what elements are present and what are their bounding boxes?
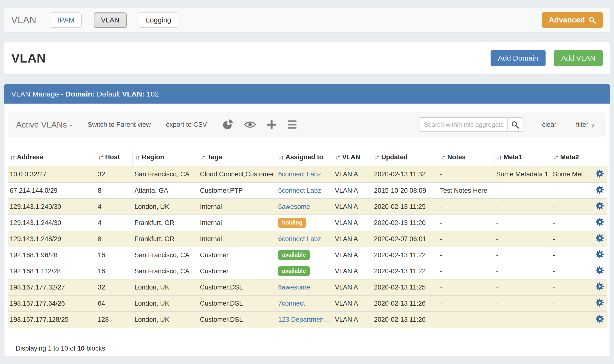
chevron-right-icon: [592, 120, 594, 129]
updated-cell: 2020-02-07 06:01: [372, 231, 438, 247]
column-header-meta1[interactable]: Meta1: [494, 151, 551, 166]
assigned-link[interactable]: 123 Department…: [278, 316, 332, 323]
assigned-link[interactable]: 7connect: [278, 300, 305, 307]
meta1-cell: Some Metadata 1: [494, 166, 551, 182]
notes-cell: -: [438, 263, 494, 279]
switch-parent-view-link[interactable]: Switch to Parent view: [88, 121, 151, 129]
add-vlan-button[interactable]: Add VLAN: [554, 50, 603, 66]
search-input[interactable]: [419, 117, 507, 132]
address-cell: 192.168.1.112/28: [8, 263, 96, 279]
gear-icon[interactable]: [596, 299, 604, 307]
notes-cell: -: [438, 231, 494, 247]
updated-cell: 2020-02-13 11:22: [372, 263, 438, 279]
updated-cell: 2020-02-13 11:25: [372, 279, 438, 295]
search-icon: [511, 120, 519, 129]
advanced-search-button[interactable]: Advanced: [542, 12, 603, 28]
vlan-manage-panel: VLAN Manage - Domain: Default VLAN: 102 …: [4, 84, 610, 356]
column-header-host[interactable]: Host: [96, 151, 133, 166]
vlan-cell: VLAN A: [333, 247, 372, 263]
column-header-notes[interactable]: Notes: [438, 151, 494, 166]
clear-link[interactable]: clear: [542, 121, 557, 129]
meta2-cell: -: [551, 295, 592, 312]
export-csv-link[interactable]: export to CSV: [166, 121, 207, 129]
sort-icon: [553, 153, 560, 161]
eye-icon[interactable]: [244, 120, 256, 129]
sort-icon: [278, 153, 285, 161]
row-actions-cell: [592, 247, 607, 263]
table-row: 129.143.1.248/29 8 Frankfurt, GR Interna…: [8, 231, 607, 247]
assigned-to-cell: holding: [276, 215, 333, 231]
assigned-to-cell: 123 Department…: [276, 312, 333, 328]
gear-icon[interactable]: [596, 282, 604, 290]
column-header-meta2[interactable]: Meta2: [551, 151, 592, 166]
address-cell: 198.167.177.128/25: [8, 312, 96, 328]
gear-icon[interactable]: [596, 266, 604, 274]
gear-icon[interactable]: [596, 234, 604, 242]
row-actions-cell: [592, 295, 607, 312]
page-title: VLAN: [11, 51, 46, 65]
footer-count: 10: [77, 345, 85, 352]
table-row: 10.0.0.32/27 32 San Francisco, CA Cloud …: [8, 166, 607, 182]
updated-cell: 2015-10-20 08:09: [372, 182, 438, 199]
meta1-cell: -: [494, 263, 551, 279]
assigned-link[interactable]: 6awesome: [278, 203, 310, 210]
top-navigation-bar: VLAN IPAM VLAN Logging Advanced: [4, 8, 610, 32]
sort-icon: [335, 153, 342, 161]
gear-icon[interactable]: [596, 202, 604, 210]
assigned-link[interactable]: 6awesome: [278, 284, 310, 291]
meta1-cell: -: [494, 295, 551, 312]
host-cell: 16: [96, 247, 133, 263]
table-row: 198.167.177.32/27 32 London, UK Customer…: [8, 279, 607, 295]
region-cell: Frankfurt, GR: [133, 231, 198, 247]
column-header-tags[interactable]: Tags: [198, 151, 276, 166]
updated-cell: 2020-02-13 11:25: [372, 199, 438, 215]
gear-icon[interactable]: [596, 315, 604, 323]
column-header-vlan[interactable]: VLAN: [333, 151, 372, 166]
sort-icon: [440, 153, 447, 161]
vlan-cell: VLAN A: [333, 295, 372, 312]
gear-icon[interactable]: [596, 186, 604, 194]
tags-cell: Cloud Connect,Customer: [198, 166, 276, 182]
updated-cell: 2020-02-13 11:20: [372, 215, 438, 231]
sort-icon: [374, 153, 381, 161]
region-cell: Atlanta, GA: [133, 182, 198, 199]
column-header-address[interactable]: Address: [8, 151, 96, 166]
table-row: 192.168.1.96/28 16 San Francisco, CA Cus…: [8, 247, 607, 263]
address-cell: 67.214.144.0/29: [8, 182, 96, 199]
tab-ipam[interactable]: IPAM: [51, 13, 82, 28]
column-header-region[interactable]: Region: [133, 151, 198, 166]
vlan-cell: VLAN A: [333, 199, 372, 215]
add-domain-button[interactable]: Add Domain: [491, 50, 546, 66]
menu-icon[interactable]: [287, 120, 297, 129]
page-header-card: VLAN Add Domain Add VLAN: [4, 42, 610, 74]
assigned-link[interactable]: 6connect Labz: [278, 187, 321, 194]
meta1-cell: -: [494, 199, 551, 215]
gear-icon[interactable]: [596, 250, 604, 258]
gear-icon[interactable]: [596, 169, 604, 178]
meta2-cell: -: [551, 312, 592, 328]
gear-icon[interactable]: [596, 218, 604, 226]
region-cell: London, UK: [133, 199, 198, 215]
assigned-link[interactable]: 6connect Labz: [278, 170, 321, 178]
vlan-cell: VLAN A: [333, 215, 372, 231]
search-button[interactable]: [507, 117, 523, 132]
filter-link[interactable]: filter: [576, 120, 594, 129]
sort-icon: [496, 153, 504, 161]
pie-chart-icon[interactable]: [222, 119, 233, 130]
meta2-cell: -: [551, 182, 592, 199]
plus-icon[interactable]: [267, 120, 276, 130]
vlan-cell: VLAN A: [333, 182, 372, 199]
vlan-cell: VLAN A: [333, 312, 372, 328]
panel-header-vlan-label: VLAN:: [122, 90, 145, 98]
tab-logging[interactable]: Logging: [139, 13, 178, 28]
tab-vlan[interactable]: VLAN: [94, 13, 127, 28]
column-header-updated[interactable]: Updated: [372, 151, 438, 166]
column-header-assigned-to[interactable]: Assigned to: [276, 151, 333, 166]
column-label: Region: [142, 153, 164, 161]
assigned-to-cell: available: [276, 263, 333, 279]
vlan-cell: VLAN A: [333, 231, 372, 247]
assigned-link[interactable]: 6connect Labz: [278, 235, 321, 243]
column-label: Address: [17, 153, 43, 161]
notes-cell: -: [438, 166, 494, 182]
meta2-cell: -: [551, 215, 592, 231]
